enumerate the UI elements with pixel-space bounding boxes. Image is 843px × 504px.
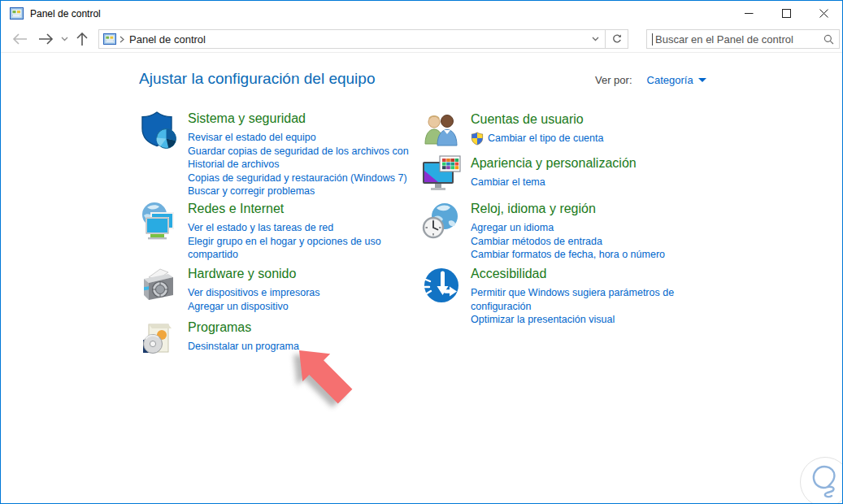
category-appearance-personalization: Apariencia y personalización Cambiar el …	[422, 155, 676, 194]
lightbulb-watermark	[800, 457, 843, 504]
category-programs: Programas Desinstalar un programa	[139, 319, 409, 358]
recent-pages-button[interactable]	[58, 28, 71, 50]
back-arrow-icon	[12, 33, 28, 45]
view-by-value[interactable]: Categoría	[647, 74, 693, 86]
security-shield-icon[interactable]	[139, 111, 178, 150]
category-title-hardware-sound[interactable]: Hardware y sonido	[188, 267, 409, 281]
category-network-internet: Redes e Internet Ver el estado y las tar…	[139, 201, 409, 262]
link-add-language[interactable]: Agregar un idioma	[471, 221, 676, 235]
link-change-input-methods[interactable]: Cambiar métodos de entrada	[471, 235, 676, 249]
link-optimize-visual-display[interactable]: Optimizar la presentación visual	[471, 313, 676, 327]
link-troubleshoot[interactable]: Buscar y corregir problemas	[188, 185, 409, 198]
printer-speaker-icon[interactable]	[139, 266, 178, 305]
link-change-theme[interactable]: Cambiar el tema	[471, 176, 676, 189]
category-title-ease-of-access[interactable]: Accesibilidad	[471, 267, 676, 281]
address-bar[interactable]: Panel de control	[98, 29, 628, 49]
globe-clock-icon[interactable]	[422, 201, 461, 240]
refresh-button[interactable]	[605, 29, 628, 49]
software-box-cd-icon[interactable]	[139, 319, 178, 358]
titlebar[interactable]: Panel de control	[1, 1, 842, 26]
search-placeholder: Buscar en el Panel de control	[655, 33, 823, 46]
view-by-label: Ver por:	[595, 74, 632, 86]
link-network-status-tasks[interactable]: Ver el estado y las tareas de red	[188, 221, 409, 235]
category-title-appearance[interactable]: Apariencia y personalización	[471, 156, 676, 171]
globe-monitors-icon[interactable]	[139, 201, 178, 240]
control-panel-icon	[10, 7, 24, 20]
ease-of-access-circle-icon[interactable]	[422, 266, 461, 305]
up-arrow-icon	[76, 33, 88, 46]
view-by-control: Ver por: Categoría	[595, 74, 706, 86]
category-title-clock-language[interactable]: Reloj, idioma y región	[471, 202, 676, 216]
breadcrumb-chevron-icon[interactable]	[119, 36, 124, 43]
page-title: Ajustar la configuración del equipo	[139, 70, 375, 88]
link-change-account-type[interactable]: Cambiar el tipo de cuenta	[488, 132, 603, 146]
forward-arrow-icon	[38, 33, 54, 45]
category-title-user-accounts[interactable]: Cuentas de usuario	[471, 112, 676, 127]
navigation-toolbar: Panel de control Buscar en el Panel de c…	[1, 26, 842, 53]
link-file-history-backup[interactable]: Guardar copias de seguridad de los archi…	[188, 145, 409, 172]
control-panel-icon	[103, 33, 116, 45]
red-pointer-arrow	[285, 348, 358, 410]
close-button[interactable]	[805, 1, 842, 26]
link-devices-printers[interactable]: Ver dispositivos e impresoras	[188, 286, 409, 300]
category-title-programs[interactable]: Programas	[188, 320, 409, 335]
minimize-button[interactable]	[730, 1, 767, 26]
category-clock-language-region: Reloj, idioma y región Agregar un idioma…	[422, 201, 676, 262]
category-title-network-internet[interactable]: Redes e Internet	[188, 202, 409, 216]
category-system-security: Sistema y seguridad Revisar el estado de…	[139, 111, 409, 198]
monitor-palette-icon[interactable]	[422, 155, 461, 194]
category-ease-of-access: Accesibilidad Permitir que Windows sugie…	[422, 266, 676, 327]
chevron-down-icon	[61, 37, 68, 41]
chevron-down-icon	[592, 37, 599, 41]
up-button[interactable]	[71, 28, 93, 50]
category-title-system-security[interactable]: Sistema y seguridad	[188, 111, 409, 126]
search-icon[interactable]	[823, 34, 834, 45]
category-hardware-sound: Hardware y sonido Ver dispositivos e imp…	[139, 266, 409, 313]
window-title: Panel de control	[30, 8, 101, 20]
breadcrumb[interactable]: Panel de control	[129, 33, 206, 46]
two-users-icon[interactable]	[422, 111, 461, 150]
uac-shield-icon	[471, 132, 484, 146]
link-check-computer-status[interactable]: Revisar el estado del equipo	[188, 131, 409, 145]
search-input[interactable]: Buscar en el Panel de control	[646, 29, 840, 49]
link-add-device[interactable]: Agregar un dispositivo	[188, 300, 409, 314]
forward-button[interactable]	[33, 28, 58, 50]
category-user-accounts: Cuentas de usuario Cambiar el tipo de cu…	[422, 111, 676, 150]
address-dropdown-button[interactable]	[585, 37, 605, 41]
link-backup-restore-win7[interactable]: Copias de seguridad y restauración (Wind…	[188, 172, 409, 185]
refresh-icon	[611, 33, 623, 45]
back-button[interactable]	[7, 28, 32, 50]
text-caret	[652, 33, 653, 46]
maximize-button[interactable]	[767, 1, 805, 26]
link-windows-suggest-settings[interactable]: Permitir que Windows sugiera parámetros …	[471, 286, 676, 313]
control-panel-window: Panel de control	[0, 0, 843, 504]
chevron-down-icon[interactable]	[698, 78, 706, 82]
link-homegroup-sharing[interactable]: Elegir grupo en el hogar y opciones de u…	[188, 235, 409, 262]
link-change-date-time-formats[interactable]: Cambiar formatos de fecha, hora o número	[471, 248, 676, 262]
